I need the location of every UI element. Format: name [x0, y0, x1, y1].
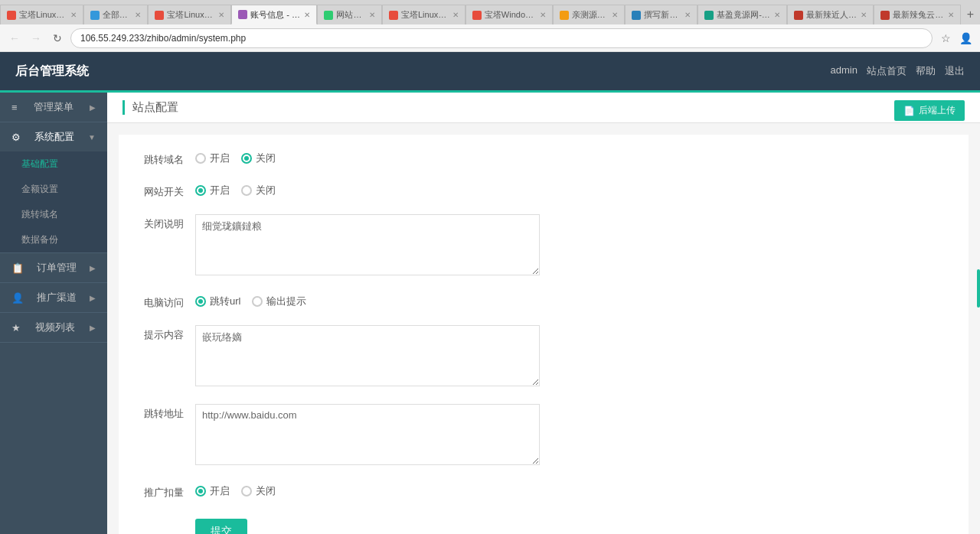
tab-close-10[interactable]: ✕ [861, 11, 867, 19]
tab-label-9: 基盈竟源网-基... [717, 9, 771, 21]
back-button[interactable]: ← [6, 30, 23, 47]
site-switch-off-option[interactable]: 关闭 [241, 184, 276, 197]
tab-11[interactable]: 最新辣兔云文... ✕ [874, 5, 960, 24]
sidebar-section-system: ⚙ 系统配置 ▼ 基础配置 金额设置 跳转域名 数据备份 [0, 122, 107, 253]
tab-10[interactable]: 最新辣近人文... ✕ [787, 5, 874, 24]
scrollbar-indicator[interactable] [977, 269, 980, 308]
pc-visit-redirect-radio[interactable] [195, 296, 206, 307]
page-title: 站点配置 [122, 100, 965, 115]
tab-close-0[interactable]: ✕ [70, 11, 77, 19]
promo-icon: 👤 [11, 292, 24, 304]
submit-row: 提交 [134, 515, 953, 534]
tab-9[interactable]: 基盈竟源网-基... ✕ [697, 5, 787, 24]
site-switch-label: 网站开关 [134, 182, 195, 199]
sidebar-item-orders[interactable]: 📋 订单管理 ▶ [0, 253, 107, 282]
sidebar-item-promo[interactable]: 👤 推广渠道 ▶ [0, 283, 107, 312]
tab-favicon-0 [7, 11, 16, 20]
header-admin[interactable]: admin [831, 64, 858, 78]
tab-close-11[interactable]: ✕ [948, 11, 954, 19]
promo-expand-on-option[interactable]: 开启 [195, 484, 230, 498]
site-switch-on-radio[interactable] [195, 185, 206, 196]
site-switch-control: 开启 关闭 [195, 182, 953, 197]
forward-button[interactable]: → [28, 30, 44, 47]
tab-close-1[interactable]: ✕ [135, 11, 141, 19]
account-icon[interactable]: 👤 [957, 30, 974, 47]
tab-close-5[interactable]: ✕ [452, 11, 459, 19]
tab-label-2: 宝塔Linux面板 [167, 9, 215, 21]
tab-close-8[interactable]: ✕ [684, 11, 691, 19]
site-switch-off-label: 关闭 [256, 184, 276, 197]
tab-5[interactable]: 宝塔Linux面板 ✕ [382, 5, 466, 24]
header-help[interactable]: 帮助 [916, 64, 936, 78]
form-area: 跳转域名 开启 关闭 [119, 135, 969, 534]
prompt-content-label: 提示内容 [134, 325, 195, 342]
tab-close-7[interactable]: ✕ [612, 11, 618, 19]
site-switch-on-option[interactable]: 开启 [195, 184, 230, 197]
redirect-url-label: 跳转地址 [134, 404, 195, 421]
tab-0[interactable]: 宝塔Linux面板 ✕ [0, 5, 83, 24]
pc-visit-redirect-label: 跳转url [210, 295, 240, 308]
redirect-domain-off-option[interactable]: 关闭 [241, 151, 276, 165]
sidebar-item-menu[interactable]: ≡ 管理菜单 ▶ [0, 93, 107, 122]
tab-favicon-8 [632, 11, 641, 20]
pc-visit-output-option[interactable]: 输出提示 [252, 295, 306, 308]
submit-spacer [134, 515, 195, 518]
redirect-url-textarea[interactable] [195, 404, 540, 465]
pc-visit-output-radio[interactable] [252, 296, 263, 307]
tab-label-6: 宝塔Windows... [485, 9, 537, 21]
promo-expand-on-radio[interactable] [195, 486, 206, 497]
chevron-promo-icon: ▶ [90, 294, 96, 302]
tab-close-6[interactable]: ✕ [540, 11, 546, 19]
tab-favicon-6 [472, 11, 482, 20]
tab-close-9[interactable]: ✕ [774, 11, 780, 19]
header-logout[interactable]: 退出 [945, 64, 965, 78]
upload-button[interactable]: 📄 后端上传 [894, 100, 965, 121]
address-bar[interactable]: 106.55.249.233/zhibo/admin/system.php [70, 28, 933, 48]
sidebar-section-menu: ≡ 管理菜单 ▶ [0, 93, 107, 122]
redirect-domain-on-option[interactable]: 开启 [195, 151, 230, 165]
tab-close-2[interactable]: ✕ [218, 11, 224, 19]
tab-close-3[interactable]: ✕ [304, 11, 310, 19]
tab-label-3: 账号信息 - 列... [250, 9, 301, 21]
tab-1[interactable]: 全部订单 ✕ [83, 5, 149, 24]
tab-7[interactable]: 亲测源码网 ✕ [553, 5, 626, 24]
tab-label-10: 最新辣近人文... [806, 9, 858, 21]
bookmark-icon[interactable]: ☆ [937, 30, 954, 47]
site-switch-radio-group: 开启 关闭 [195, 182, 953, 197]
sidebar-sub-redirect[interactable]: 跳转域名 [0, 202, 107, 227]
prompt-content-control [195, 325, 953, 389]
tab-3[interactable]: 账号信息 - 列... ✕ [231, 5, 317, 24]
tab-favicon-11 [880, 11, 890, 20]
site-switch-on-label: 开启 [210, 184, 230, 197]
tab-6[interactable]: 宝塔Windows... ✕ [466, 5, 553, 24]
sidebar-item-system[interactable]: ⚙ 系统配置 ▼ [0, 122, 107, 151]
promo-expand-off-radio[interactable] [241, 486, 252, 497]
prompt-content-textarea[interactable] [195, 325, 540, 386]
promo-expand-label: 推广扣量 [134, 483, 195, 500]
prompt-content-row: 提示内容 [134, 325, 953, 389]
chevron-orders-icon: ▶ [90, 264, 96, 272]
redirect-domain-on-radio[interactable] [195, 153, 206, 164]
site-switch-off-radio[interactable] [241, 185, 252, 196]
tab-2[interactable]: 宝塔Linux面板 ✕ [148, 5, 231, 24]
redirect-domain-on-label: 开启 [210, 151, 230, 165]
sidebar-item-video[interactable]: ★ 视频列表 ▶ [0, 313, 107, 342]
redirect-domain-off-radio[interactable] [241, 153, 252, 164]
promo-expand-off-option[interactable]: 关闭 [241, 484, 276, 498]
sidebar-sub-backup[interactable]: 数据备份 [0, 227, 107, 252]
sidebar-sub-basic[interactable]: 基础配置 [0, 151, 107, 177]
video-icon: ★ [11, 322, 21, 334]
pc-visit-redirect-option[interactable]: 跳转url [195, 295, 240, 308]
sidebar-sub-amount[interactable]: 金额设置 [0, 177, 107, 202]
tab-4[interactable]: 网站配置 ✕ [317, 5, 382, 24]
sidebar-label-video: 视频列表 [35, 321, 75, 334]
header-home[interactable]: 站点首页 [867, 64, 906, 78]
reload-button[interactable]: ↻ [49, 30, 66, 47]
submit-button[interactable]: 提交 [195, 519, 247, 534]
pc-visit-output-label: 输出提示 [266, 295, 306, 308]
redirect-domain-radio-group: 开启 关闭 [195, 150, 953, 165]
close-desc-textarea[interactable] [195, 214, 540, 275]
tab-8[interactable]: 撰写新文章 ✕ [625, 5, 697, 24]
new-tab-button[interactable]: + [961, 5, 980, 24]
tab-close-4[interactable]: ✕ [369, 11, 375, 19]
